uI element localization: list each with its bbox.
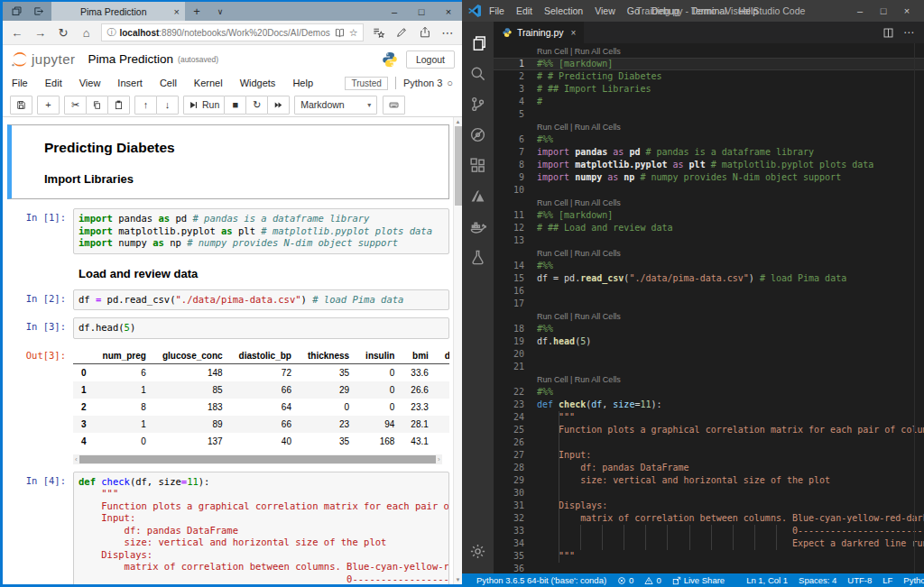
editor-line[interactable]: 6#%% (494, 133, 924, 146)
split-editor-icon[interactable] (882, 27, 894, 39)
notebook-title[interactable]: Pima Prediction (88, 52, 174, 66)
new-tab-button[interactable]: + (185, 2, 208, 21)
codelens-run-cell[interactable]: Run Cell | Run All Cells (537, 45, 924, 58)
restart-kernel-button[interactable]: ↻ (245, 96, 268, 115)
editor-line[interactable]: 31 Displays: (494, 500, 924, 512)
jupyter-wordmark[interactable]: jupyter (32, 51, 76, 67)
editor-line[interactable]: 14#%% (494, 260, 924, 272)
editor-line[interactable]: 11#%% [markdown] (494, 209, 924, 222)
minimize-button[interactable]: – (381, 6, 408, 17)
editor-line[interactable]: 22#%% (494, 386, 924, 399)
code-input-area[interactable]: import pandas as pd # pandas is a datafr… (73, 208, 449, 254)
run-cell-button[interactable]: Run (183, 96, 225, 115)
editor-line[interactable]: 24 """ (494, 411, 924, 424)
editor-line[interactable]: 26 (494, 436, 924, 449)
more-actions-icon[interactable]: ⋯ (437, 23, 458, 42)
code-cell[interactable]: In [2]:df = pd.read_csv("./data/pima-dat… (3, 286, 462, 315)
editor-line[interactable]: 23def check(df, size=11): (494, 399, 924, 411)
paste-cell-button[interactable] (107, 96, 130, 115)
scroll-right-icon[interactable]: › (436, 455, 442, 463)
jupyter-logo-icon[interactable] (10, 50, 30, 69)
share-icon[interactable] (414, 23, 436, 42)
codelens-run-cell[interactable]: Run Cell | Run All Cells (537, 121, 924, 133)
codelens-run-cell[interactable]: Run Cell | Run All Cells (537, 197, 924, 209)
cut-cell-button[interactable]: ✂ (64, 96, 87, 115)
code-editor[interactable]: Run Cell | Run All Cells1#%% [markdown]2… (494, 43, 924, 573)
source-control-icon[interactable] (462, 88, 494, 119)
hub-favorites-icon[interactable] (368, 23, 390, 42)
code-input-area[interactable]: df.head(5) (73, 317, 449, 339)
code-input-area[interactable]: def check(df, size=11): """ Function plo… (73, 472, 449, 585)
indentation[interactable]: Spaces: 4 (799, 575, 836, 585)
notebook-scrollbar[interactable]: ▲ ▼ (453, 117, 462, 584)
codelens-run-cell[interactable]: Run Cell | Run All Cells (537, 310, 924, 323)
close-button[interactable]: × (895, 5, 919, 16)
extensions-icon[interactable] (462, 150, 494, 180)
scroll-up-icon[interactable]: ▲ (456, 117, 461, 126)
menu-view[interactable]: View (79, 78, 101, 88)
test-icon[interactable] (462, 242, 494, 272)
menu-edit[interactable]: Edit (516, 5, 532, 16)
editor-line[interactable]: 17 (494, 298, 924, 310)
restart-run-all-button[interactable] (267, 96, 290, 115)
editor-line[interactable]: 16 (494, 285, 924, 298)
set-tabs-aside-icon[interactable] (28, 4, 48, 19)
codelens-run-cell[interactable]: Run Cell | Run All Cells (537, 247, 924, 260)
scrollbar-thumb[interactable] (455, 126, 462, 206)
more-actions-icon[interactable]: ⋯ (903, 26, 915, 39)
table-hscrollbar[interactable]: ‹› (73, 454, 442, 464)
editor-line[interactable]: 32 matrix of correlation between columns… (494, 512, 924, 525)
editor-line[interactable]: 7import pandas as pd # pandas is a dataf… (494, 146, 924, 159)
editor-line[interactable]: 30 (494, 487, 924, 500)
editor-line[interactable]: 35 """ (494, 550, 924, 563)
docker-icon[interactable] (462, 211, 494, 242)
scroll-down-icon[interactable]: ▼ (456, 575, 461, 584)
menu-file[interactable]: File (12, 78, 28, 88)
editor-line[interactable]: 5 (494, 108, 924, 121)
editor-line[interactable]: 33 0------------------------->1 (494, 525, 924, 537)
editor-tab-training-py[interactable]: Training.py × (494, 22, 584, 43)
editor-line[interactable]: 2# # Predicting Diabetes (494, 70, 924, 83)
tab-close-icon[interactable]: × (571, 28, 577, 38)
move-cell-down-button[interactable]: ↓ (156, 96, 179, 115)
python-interpreter[interactable]: Python 3.6.5 64-bit ('base': conda) (476, 575, 606, 585)
editor-line[interactable]: 20 (494, 348, 924, 361)
explorer-icon[interactable] (462, 27, 494, 58)
editor-line[interactable]: 27 Input: (494, 449, 924, 462)
web-note-pen-icon[interactable] (391, 23, 412, 42)
editor-line[interactable]: 9import numpy as np # numpy provides N-d… (494, 171, 924, 184)
markdown-cell-selected[interactable]: Predicting DiabetesImport Libraries (7, 124, 449, 199)
cell-type-dropdown[interactable]: Markdown ▾ (294, 96, 377, 115)
scroll-left-icon[interactable]: ‹ (73, 455, 79, 463)
editor-line[interactable]: 10 (494, 184, 924, 197)
tab-preview-icon[interactable] (6, 4, 26, 19)
menu-help[interactable]: Help (292, 78, 313, 88)
markdown-section-heading[interactable]: Load and review data (3, 258, 462, 286)
editor-line[interactable]: 13 (494, 234, 924, 247)
close-button[interactable]: × (435, 6, 462, 17)
menu-cell[interactable]: Cell (160, 78, 177, 88)
back-button[interactable]: ← (6, 23, 28, 42)
tab-list-caret-icon[interactable]: ∨ (208, 2, 232, 21)
maximize-button[interactable]: □ (408, 6, 435, 17)
hscrollbar-thumb[interactable] (79, 455, 436, 463)
add-cell-button[interactable]: + (37, 96, 60, 115)
cursor-position[interactable]: Ln 1, Col 1 (746, 575, 788, 585)
menu-edit[interactable]: Edit (45, 78, 62, 88)
command-palette-button[interactable] (383, 96, 405, 115)
azure-icon[interactable] (462, 180, 494, 211)
live-share[interactable]: Live Share (672, 575, 725, 585)
editor-line[interactable]: 34 Expect a darkred line running f (494, 537, 924, 550)
forward-button[interactable]: → (30, 23, 51, 42)
editor-line[interactable]: 18#%% (494, 323, 924, 335)
editor-line[interactable]: 21 (494, 361, 924, 373)
editor-line[interactable]: 3# ## Import Libraries (494, 83, 924, 96)
save-button[interactable] (10, 96, 32, 115)
code-cell[interactable]: In [1]:import pandas as pd # pandas is a… (3, 205, 462, 258)
copy-cell-button[interactable] (86, 96, 108, 115)
eol[interactable]: LF (882, 575, 892, 585)
warning-count[interactable]: 0 (644, 575, 661, 585)
editor-line[interactable]: 15df = pd.read_csv("./data/pima-data.csv… (494, 272, 924, 285)
code-cell[interactable]: In [3]:df.head(5) (3, 314, 462, 343)
browser-tab[interactable]: Pima Prediction × (51, 2, 185, 21)
